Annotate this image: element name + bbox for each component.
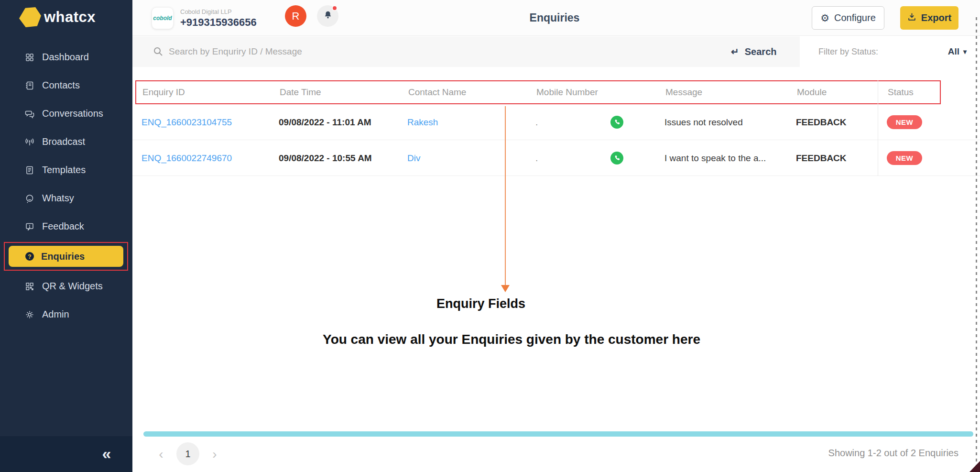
search-input[interactable] <box>169 36 503 67</box>
templates-icon <box>25 165 34 175</box>
search-button-label: Search <box>745 46 777 57</box>
download-icon <box>907 12 916 24</box>
horizontal-scrollbar[interactable] <box>143 431 973 437</box>
column-header-message: Message <box>665 81 702 103</box>
app-window: whatcx Dashboard Contacts Conversations … <box>0 0 980 472</box>
configure-button[interactable]: ⚙ Configure <box>812 6 884 30</box>
module-cell: FEEDBACK <box>796 104 847 140</box>
annotation-title: Enquiry Fields <box>436 296 525 311</box>
sidebar-item-whatsy[interactable]: Whatsy <box>0 184 132 212</box>
sidebar-item-admin[interactable]: Admin <box>0 300 132 329</box>
enquiries-icon: ? <box>25 252 34 261</box>
contacts-icon <box>25 81 34 90</box>
sidebar-item-qr-widgets[interactable]: QR & Widgets <box>0 272 132 300</box>
bell-icon <box>323 10 333 22</box>
sidebar-item-conversations[interactable]: Conversations <box>0 99 132 128</box>
company-logo: cobold <box>152 7 174 29</box>
dashboard-icon <box>25 53 34 62</box>
sidebar-nav: Dashboard Contacts Conversations Broadca… <box>0 43 132 329</box>
sidebar-item-templates[interactable]: Templates <box>0 156 132 184</box>
broadcast-icon <box>25 137 34 147</box>
notifications-button[interactable] <box>317 5 338 27</box>
annotation-arrow-line <box>505 106 506 286</box>
sidebar-item-label: Conversations <box>42 108 103 119</box>
search-area: ↵ Search <box>132 36 800 67</box>
filter-area: Filter by Status: All ▾ <box>800 36 980 67</box>
search-icon <box>153 46 163 59</box>
company-logo-text: cobold <box>153 15 172 22</box>
sidebar-collapse-button[interactable]: « <box>95 443 119 465</box>
sidebar-item-label: Enquiries <box>41 251 85 262</box>
whatsy-icon <box>25 194 34 203</box>
column-header-mobile-number: Mobile Number <box>536 81 598 103</box>
sidebar-item-label: Admin <box>42 309 69 320</box>
table-row: ENQ_1660023104755 09/08/2022 - 11:01 AM … <box>132 104 980 140</box>
export-button[interactable]: Export <box>900 6 958 30</box>
main-content: cobold Cobold Digital LLP +919315936656 … <box>132 0 980 472</box>
column-header-enquiry-id: Enquiry ID <box>142 81 185 103</box>
search-button[interactable]: ↵ Search <box>731 36 776 67</box>
contact-name-link[interactable]: Div <box>407 140 420 176</box>
gear-icon <box>25 310 34 319</box>
sidebar-item-label: Whatsy <box>42 193 74 204</box>
configure-button-label: Configure <box>834 12 876 23</box>
company-switcher[interactable]: cobold Cobold Digital LLP +919315936656 <box>152 6 257 30</box>
filter-label: Filter by Status: <box>818 36 878 67</box>
qr-code-icon <box>25 282 34 291</box>
svg-text:?: ? <box>28 253 31 260</box>
enter-icon: ↵ <box>731 46 739 57</box>
feedback-icon <box>25 222 34 231</box>
brand-logo-text: whatcx <box>44 9 96 26</box>
top-bar: cobold Cobold Digital LLP +919315936656 … <box>132 0 980 36</box>
annotation-description: You can view all your Enquiries given by… <box>323 332 700 347</box>
avatar[interactable]: R <box>285 5 306 27</box>
pagination-page-1[interactable]: 1 <box>176 442 199 465</box>
date-time-cell: 09/08/2022 - 10:55 AM <box>279 140 372 176</box>
sidebar-footer: « <box>0 436 132 472</box>
filter-selected-value: All <box>948 36 959 67</box>
sidebar-item-feedback[interactable]: Feedback <box>0 212 132 241</box>
company-texts: Cobold Digital LLP +919315936656 <box>180 8 257 29</box>
table-row: ENQ_1660022749670 09/08/2022 - 10:55 AM … <box>132 140 980 176</box>
status-column-divider <box>878 80 878 176</box>
status-badge: NEW <box>887 115 922 129</box>
page-title: Enquiries <box>530 0 580 36</box>
annotation-arrowhead <box>501 285 510 292</box>
sidebar-item-label: Feedback <box>42 221 84 232</box>
column-header-date-time: Date Time <box>280 81 321 103</box>
brand-hexagon-icon <box>19 7 41 27</box>
sidebar-item-dashboard[interactable]: Dashboard <box>0 43 132 71</box>
sidebar-item-contacts[interactable]: Contacts <box>0 71 132 99</box>
company-phone: +919315936656 <box>180 16 257 29</box>
sidebar-item-label: Dashboard <box>42 52 89 63</box>
enquiry-id-link[interactable]: ENQ_1660022749670 <box>142 140 232 176</box>
column-header-contact-name: Contact Name <box>408 81 466 103</box>
contact-name-link[interactable]: Rakesh <box>407 104 438 140</box>
pagination-summary: Showing 1-2 out of 2 Enquiries <box>828 448 958 459</box>
conversations-icon <box>25 109 34 119</box>
sidebar-item-label: QR & Widgets <box>42 281 103 292</box>
mobile-number-cell: . <box>535 140 538 176</box>
whatsapp-icon[interactable] <box>610 116 623 129</box>
mobile-number-cell: . <box>535 104 538 140</box>
status-badge: NEW <box>887 151 922 165</box>
table-header-row: Enquiry ID Date Time Contact Name Mobile… <box>135 80 941 104</box>
enquiry-id-link[interactable]: ENQ_1660023104755 <box>142 104 232 140</box>
message-cell: Issues not resolved <box>664 104 743 140</box>
export-button-label: Export <box>921 12 951 23</box>
sidebar-item-broadcast[interactable]: Broadcast <box>0 128 132 156</box>
page-edge-dotted-line <box>976 17 977 472</box>
company-name: Cobold Digital LLP <box>180 8 257 15</box>
status-filter-dropdown[interactable]: All ▾ <box>948 36 967 67</box>
search-row: ↵ Search Filter by Status: All ▾ <box>132 36 980 67</box>
module-cell: FEEDBACK <box>796 140 847 176</box>
whatsapp-icon[interactable] <box>610 152 623 165</box>
sidebar-item-enquiries[interactable]: ? Enquiries <box>9 246 123 267</box>
notification-dot <box>332 5 338 11</box>
chevron-down-icon: ▾ <box>963 36 967 67</box>
gear-icon: ⚙ <box>820 13 829 23</box>
pagination-next-button[interactable]: › <box>205 444 224 465</box>
sidebar-item-label: Templates <box>42 165 86 176</box>
sidebar-item-label: Broadcast <box>42 136 85 147</box>
pagination-prev-button[interactable]: ‹ <box>152 444 171 465</box>
